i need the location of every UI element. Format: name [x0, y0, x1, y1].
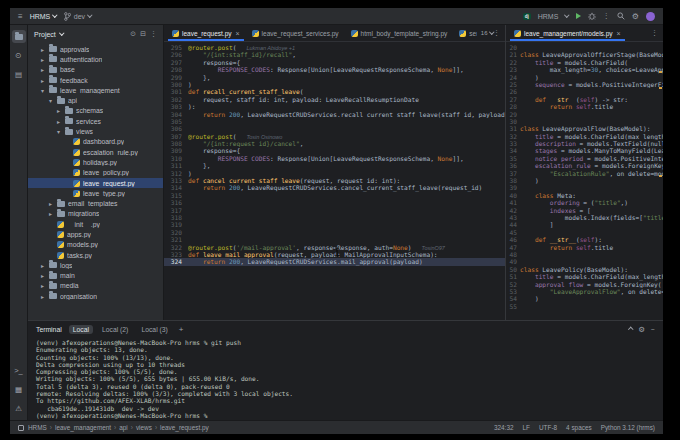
maximize-panel-icon[interactable] [628, 328, 633, 333]
tree-item-logs[interactable]: ▸logs [28, 260, 163, 270]
tree-item-approvals[interactable]: ▸approvals [28, 44, 163, 54]
tree-item-views[interactable]: ▾views [28, 126, 163, 136]
chevron-icon[interactable]: ▸ [47, 200, 54, 207]
project-panel-title[interactable]: Project [34, 31, 56, 38]
status-item-4-spaces[interactable]: 4 spaces [566, 424, 592, 431]
chevron-icon[interactable]: ▸ [39, 262, 46, 269]
terminal-tab-local-2-[interactable]: Local (2) [98, 325, 132, 334]
terminal-settings-icon[interactable]: ⚙ [638, 325, 645, 334]
line-number: 320 [164, 229, 188, 236]
terminal-output[interactable]: (venv) afexoperations@Nenes-MacBook-Pro … [28, 337, 663, 421]
tab-send_email.py[interactable]: send_email.py [453, 25, 477, 41]
tree-item-escalation_rule.py[interactable]: escalation_rule.py [28, 147, 163, 157]
tree-item-holidays.py[interactable]: holidays.py [28, 157, 163, 167]
editor-tabs-left: leave_request.py×leave_request_services.… [164, 25, 505, 42]
services-icon[interactable]: ▦ [12, 383, 26, 396]
structure-icon[interactable]: ▤ [12, 68, 26, 81]
project-icon[interactable] [12, 30, 26, 43]
tree-item-migrations[interactable]: ▸migrations [28, 209, 163, 219]
tab-options-icon[interactable]: ⋮ [651, 29, 658, 37]
chevron-icon[interactable]: ▾ [47, 97, 54, 104]
collapse-all-icon[interactable]: ⊟ [140, 30, 146, 38]
breadcrumb-item-hrms[interactable]: HRMS [28, 424, 47, 431]
run-config-name[interactable]: HRMS [538, 13, 559, 20]
more-actions-icon[interactable]: ⋮ [603, 12, 610, 20]
breadcrumb-item-leave_management[interactable]: leave_management [55, 424, 111, 431]
tree-item-models.py[interactable]: models.py [28, 240, 163, 250]
commit-icon[interactable]: ⊙ [12, 49, 26, 62]
new-terminal-button[interactable]: + [179, 325, 184, 334]
tree-item-leave_type.py[interactable]: leave_type.py [28, 188, 163, 198]
status-item-utf-8[interactable]: UTF-8 [539, 424, 557, 431]
terminal-panel-title[interactable]: Terminal [36, 326, 62, 333]
tab-leave_request.py[interactable]: leave_request.py× [166, 25, 246, 41]
tree-item-organisation[interactable]: ▸organisation [28, 291, 163, 301]
tab-leave_request_services.py[interactable]: leave_request_services.py [246, 25, 345, 41]
hide-panel-icon[interactable]: − [651, 326, 655, 333]
status-item-lf[interactable]: LF [522, 424, 529, 431]
tree-item-services[interactable]: ▸services [28, 116, 163, 126]
tree-item-email_templates[interactable]: ▸email_templates [28, 198, 163, 208]
tree-item-base[interactable]: ▸base [28, 65, 163, 75]
breadcrumb-item-leave_request.py[interactable]: leave_request.py [160, 424, 209, 431]
tree-item-main[interactable]: ▸main [28, 271, 163, 281]
git-branch-widget[interactable]: dev [64, 12, 92, 21]
project-widget[interactable]: HRMS [30, 13, 57, 20]
chevron-icon[interactable]: ▸ [39, 272, 46, 279]
status-item-python-3.12-hrms-[interactable]: Python 3.12 (hrms) [601, 424, 655, 431]
chevron-down-icon[interactable] [59, 31, 64, 36]
chevron-icon[interactable]: ▸ [39, 77, 46, 84]
code-editor-right[interactable]: 2021class LeaveApprovalOfficerStage(Base… [506, 42, 663, 320]
tree-item-leave_policy.py[interactable]: leave_policy.py [28, 168, 163, 178]
chevron-icon[interactable]: ▸ [39, 293, 46, 300]
chevron-icon[interactable]: ▸ [39, 56, 46, 63]
tree-item-tasks.py[interactable]: tasks.py [28, 250, 163, 260]
more-icon[interactable]: ⋮ [150, 30, 157, 38]
tree-item-media[interactable]: ▸media [28, 281, 163, 291]
tab-html_body_template_string.py[interactable]: html_body_template_string.py [345, 25, 454, 41]
tree-item-__init__.py[interactable]: __init__.py [28, 219, 163, 229]
problems-icon[interactable]: ⚠ [12, 402, 26, 415]
tree-item-dashboard.py[interactable]: dashboard.py [28, 137, 163, 147]
terminal-header: Terminal LocalLocal (2)Local (3) + ⚙ − [28, 321, 663, 337]
chevron-icon[interactable]: ▾ [55, 128, 62, 135]
main-menu-icon[interactable]: ≡ [18, 12, 23, 21]
code-line-302: 302 request, staff_id: int, payload: Lea… [164, 96, 505, 103]
tree-item-leave_request.py[interactable]: leave_request.py [28, 178, 163, 188]
tab-options-icon[interactable]: ⋮ [493, 29, 500, 37]
code-editor-left[interactable]: 295@router.post(Lukman Abidoye +1296 "/{… [164, 42, 505, 320]
chevron-icon[interactable]: ▸ [55, 107, 62, 114]
settings-gear-icon[interactable]: ⚙ [632, 12, 639, 21]
hidden-tabs-button[interactable]: 16 [481, 30, 493, 36]
status-item-324-32[interactable]: 324:32 [494, 424, 514, 431]
tree-item-authentication[interactable]: ▸authentication [28, 54, 163, 64]
breadcrumb-item-views[interactable]: views [136, 424, 152, 431]
search-icon[interactable] [617, 12, 625, 20]
close-tab-icon[interactable]: × [236, 30, 240, 37]
terminal-tab-local[interactable]: Local [69, 325, 93, 334]
status-widgets: 324:32LFUTF-84 spacesPython 3.12 (hrms) [485, 424, 655, 431]
tree-item-schemas[interactable]: ▸schemas [28, 106, 163, 116]
tree-item-api[interactable]: ▾api [28, 95, 163, 105]
tab-leave_management-models.py[interactable]: leave_management/models.py× [508, 25, 627, 41]
close-tab-icon[interactable]: × [617, 30, 621, 37]
avatar[interactable] [646, 12, 655, 21]
chevron-icon[interactable]: ▸ [39, 46, 46, 53]
chevron-icon[interactable]: ▸ [39, 66, 46, 73]
chevron-icon[interactable]: ▸ [47, 210, 54, 217]
debug-icon[interactable] [588, 12, 596, 20]
tree-item-label: models.py [67, 241, 98, 248]
terminal-icon[interactable]: >_ [12, 364, 26, 377]
tree-item-apps.py[interactable]: apps.py [28, 229, 163, 239]
chevron-icon[interactable]: ▾ [39, 87, 46, 94]
chevron-icon[interactable]: ▸ [39, 282, 46, 289]
terminal-tab-local-3-[interactable]: Local (3) [137, 325, 171, 334]
run-button[interactable] [576, 13, 581, 19]
select-opened-file-icon[interactable]: ⊙ [130, 30, 136, 38]
line-number: 40 [506, 192, 520, 199]
breadcrumb-item-api[interactable]: api [119, 424, 128, 431]
chevron-icon[interactable]: ▸ [55, 118, 62, 125]
run-config-chevron-icon[interactable] [565, 13, 570, 18]
tree-item-feedback[interactable]: ▸feedback [28, 75, 163, 85]
tree-item-leave_management[interactable]: ▾leave_management [28, 85, 163, 95]
